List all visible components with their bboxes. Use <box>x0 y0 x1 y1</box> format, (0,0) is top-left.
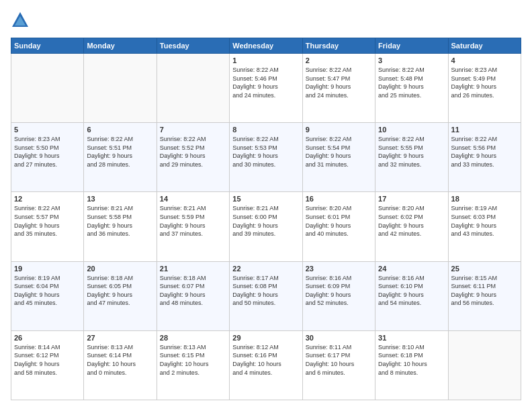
day-number: 7 <box>160 126 226 134</box>
day-info: Sunrise: 8:20 AMSunset: 6:02 PMDaylight:… <box>378 204 445 238</box>
calendar-cell <box>84 54 157 123</box>
calendar-cell: 27Sunrise: 8:13 AMSunset: 6:14 PMDayligh… <box>84 330 157 400</box>
calendar-cell: 21Sunrise: 8:18 AMSunset: 6:07 PMDayligh… <box>157 261 229 330</box>
day-info: Sunrise: 8:19 AMSunset: 6:03 PMDaylight:… <box>451 204 518 238</box>
day-number: 9 <box>306 126 372 134</box>
day-number: 25 <box>451 265 518 273</box>
calendar-cell: 19Sunrise: 8:19 AMSunset: 6:04 PMDayligh… <box>11 261 84 330</box>
day-info: Sunrise: 8:17 AMSunset: 6:08 PMDaylight:… <box>232 274 299 308</box>
day-info: Sunrise: 8:22 AMSunset: 5:48 PMDaylight:… <box>378 66 445 99</box>
day-number: 18 <box>451 195 518 203</box>
day-number: 26 <box>14 334 81 342</box>
day-number: 31 <box>378 334 445 342</box>
day-info: Sunrise: 8:13 AMSunset: 6:15 PMDaylight:… <box>160 343 226 377</box>
day-info: Sunrise: 8:16 AMSunset: 6:10 PMDaylight:… <box>378 274 445 308</box>
day-number: 2 <box>306 56 372 64</box>
week-row-5: 26Sunrise: 8:14 AMSunset: 6:12 PMDayligh… <box>11 330 521 400</box>
day-number: 1 <box>232 56 299 64</box>
day-info: Sunrise: 8:22 AMSunset: 5:54 PMDaylight:… <box>306 135 372 169</box>
calendar-cell: 14Sunrise: 8:21 AMSunset: 5:59 PMDayligh… <box>157 192 229 261</box>
day-info: Sunrise: 8:23 AMSunset: 5:49 PMDaylight:… <box>451 66 518 99</box>
weekday-header-friday: Friday <box>375 38 448 54</box>
weekday-header-sunday: Sunday <box>11 38 84 54</box>
day-number: 30 <box>306 334 372 342</box>
calendar-cell: 18Sunrise: 8:19 AMSunset: 6:03 PMDayligh… <box>448 192 521 261</box>
day-number: 28 <box>160 334 226 342</box>
day-info: Sunrise: 8:22 AMSunset: 5:51 PMDaylight:… <box>87 135 153 169</box>
calendar-cell: 5Sunrise: 8:23 AMSunset: 5:50 PMDaylight… <box>11 123 84 192</box>
calendar-cell: 26Sunrise: 8:14 AMSunset: 6:12 PMDayligh… <box>11 330 84 400</box>
day-info: Sunrise: 8:18 AMSunset: 6:05 PMDaylight:… <box>87 274 153 308</box>
day-info: Sunrise: 8:11 AMSunset: 6:17 PMDaylight:… <box>306 343 372 377</box>
day-info: Sunrise: 8:20 AMSunset: 6:01 PMDaylight:… <box>306 204 372 238</box>
calendar-table: SundayMondayTuesdayWednesdayThursdayFrid… <box>11 38 521 400</box>
header <box>11 11 521 30</box>
day-number: 23 <box>306 265 372 273</box>
day-info: Sunrise: 8:19 AMSunset: 6:04 PMDaylight:… <box>14 274 81 308</box>
day-number: 5 <box>14 126 81 134</box>
day-info: Sunrise: 8:22 AMSunset: 5:55 PMDaylight:… <box>378 135 445 169</box>
day-info: Sunrise: 8:22 AMSunset: 5:47 PMDaylight:… <box>306 66 372 99</box>
weekday-header-row: SundayMondayTuesdayWednesdayThursdayFrid… <box>11 38 521 54</box>
day-info: Sunrise: 8:13 AMSunset: 6:14 PMDaylight:… <box>87 343 153 377</box>
calendar-cell: 17Sunrise: 8:20 AMSunset: 6:02 PMDayligh… <box>375 192 448 261</box>
calendar-cell: 16Sunrise: 8:20 AMSunset: 6:01 PMDayligh… <box>302 192 375 261</box>
calendar-cell: 23Sunrise: 8:16 AMSunset: 6:09 PMDayligh… <box>302 261 375 330</box>
day-number: 3 <box>378 56 445 64</box>
day-number: 27 <box>87 334 153 342</box>
calendar-cell: 8Sunrise: 8:22 AMSunset: 5:53 PMDaylight… <box>230 123 302 192</box>
week-row-2: 5Sunrise: 8:23 AMSunset: 5:50 PMDaylight… <box>11 123 521 192</box>
calendar-cell: 20Sunrise: 8:18 AMSunset: 6:05 PMDayligh… <box>84 261 157 330</box>
day-number: 12 <box>14 195 81 203</box>
day-info: Sunrise: 8:22 AMSunset: 5:46 PMDaylight:… <box>232 66 299 99</box>
day-number: 29 <box>232 334 299 342</box>
day-info: Sunrise: 8:21 AMSunset: 5:58 PMDaylight:… <box>87 204 153 238</box>
day-info: Sunrise: 8:21 AMSunset: 5:59 PMDaylight:… <box>160 204 226 238</box>
calendar-cell: 9Sunrise: 8:22 AMSunset: 5:54 PMDaylight… <box>302 123 375 192</box>
day-number: 4 <box>451 56 518 64</box>
day-number: 24 <box>378 265 445 273</box>
calendar-cell: 30Sunrise: 8:11 AMSunset: 6:17 PMDayligh… <box>302 330 375 400</box>
calendar-cell: 6Sunrise: 8:22 AMSunset: 5:51 PMDaylight… <box>84 123 157 192</box>
weekday-header-wednesday: Wednesday <box>230 38 302 54</box>
calendar-cell <box>11 54 84 123</box>
week-row-1: 1Sunrise: 8:22 AMSunset: 5:46 PMDaylight… <box>11 54 521 123</box>
day-number: 6 <box>87 126 153 134</box>
calendar-cell: 29Sunrise: 8:12 AMSunset: 6:16 PMDayligh… <box>230 330 302 400</box>
day-info: Sunrise: 8:22 AMSunset: 5:56 PMDaylight:… <box>451 135 518 169</box>
weekday-header-saturday: Saturday <box>448 38 521 54</box>
calendar-cell: 24Sunrise: 8:16 AMSunset: 6:10 PMDayligh… <box>375 261 448 330</box>
day-info: Sunrise: 8:10 AMSunset: 6:18 PMDaylight:… <box>378 343 445 377</box>
day-number: 16 <box>306 195 372 203</box>
calendar-cell: 11Sunrise: 8:22 AMSunset: 5:56 PMDayligh… <box>448 123 521 192</box>
day-info: Sunrise: 8:18 AMSunset: 6:07 PMDaylight:… <box>160 274 226 308</box>
calendar-cell: 13Sunrise: 8:21 AMSunset: 5:58 PMDayligh… <box>84 192 157 261</box>
calendar-cell: 15Sunrise: 8:21 AMSunset: 6:00 PMDayligh… <box>230 192 302 261</box>
calendar-cell: 10Sunrise: 8:22 AMSunset: 5:55 PMDayligh… <box>375 123 448 192</box>
day-info: Sunrise: 8:15 AMSunset: 6:11 PMDaylight:… <box>451 274 518 308</box>
weekday-header-tuesday: Tuesday <box>157 38 229 54</box>
logo <box>11 11 32 30</box>
day-info: Sunrise: 8:22 AMSunset: 5:53 PMDaylight:… <box>232 135 299 169</box>
calendar-cell: 3Sunrise: 8:22 AMSunset: 5:48 PMDaylight… <box>375 54 448 123</box>
day-number: 8 <box>232 126 299 134</box>
weekday-header-monday: Monday <box>84 38 157 54</box>
week-row-4: 19Sunrise: 8:19 AMSunset: 6:04 PMDayligh… <box>11 261 521 330</box>
day-info: Sunrise: 8:12 AMSunset: 6:16 PMDaylight:… <box>232 343 299 377</box>
day-info: Sunrise: 8:23 AMSunset: 5:50 PMDaylight:… <box>14 135 81 169</box>
calendar-cell <box>157 54 229 123</box>
day-number: 11 <box>451 126 518 134</box>
calendar-cell <box>448 330 521 400</box>
logo-icon <box>11 11 30 30</box>
day-number: 15 <box>232 195 299 203</box>
calendar-cell: 22Sunrise: 8:17 AMSunset: 6:08 PMDayligh… <box>230 261 302 330</box>
calendar-cell: 7Sunrise: 8:22 AMSunset: 5:52 PMDaylight… <box>157 123 229 192</box>
calendar-cell: 1Sunrise: 8:22 AMSunset: 5:46 PMDaylight… <box>230 54 302 123</box>
day-number: 13 <box>87 195 153 203</box>
day-info: Sunrise: 8:22 AMSunset: 5:52 PMDaylight:… <box>160 135 226 169</box>
day-number: 19 <box>14 265 81 273</box>
calendar-cell: 28Sunrise: 8:13 AMSunset: 6:15 PMDayligh… <box>157 330 229 400</box>
page: SundayMondayTuesdayWednesdayThursdayFrid… <box>0 0 532 411</box>
day-number: 17 <box>378 195 445 203</box>
day-number: 22 <box>232 265 299 273</box>
